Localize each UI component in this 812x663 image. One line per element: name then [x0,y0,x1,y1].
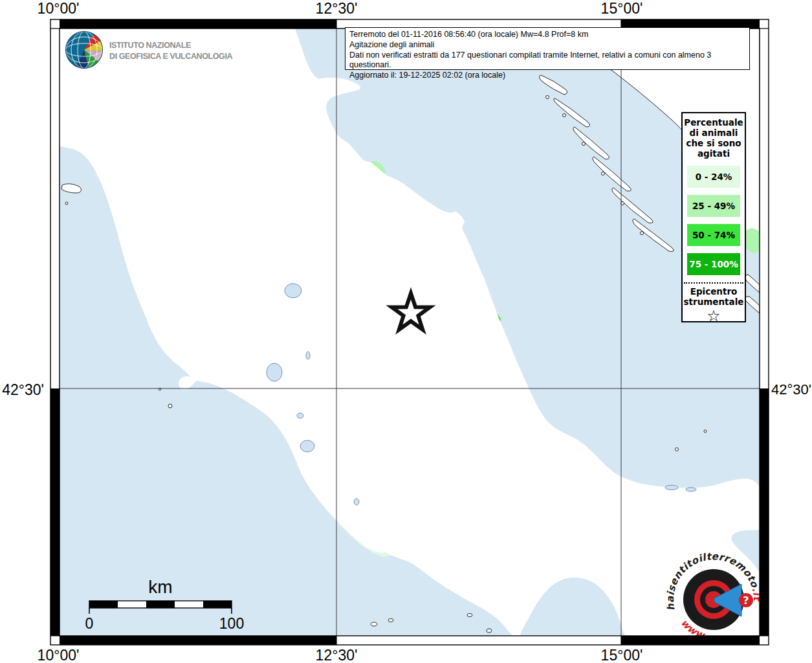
hsit-question-mark: ? [743,594,749,607]
event-subject-line: Agitazione degli animali [349,40,745,51]
legend-title: Percentuale di animali che si sono agita… [683,117,745,159]
scale-unit-label: km [148,577,172,597]
event-source-line: Dati non verificati estratti da 177 ques… [349,51,745,71]
legend-class-25-49: 25 - 49% [687,195,740,217]
event-updated-line: Aggiornato il: 19-12-2025 02:02 (ora loc… [349,71,745,81]
legend-epicenter-star-icon: ☆ [683,308,745,324]
scale-end-label: 100 [219,615,244,632]
legend-class-0-24: 0 - 24% [687,166,740,188]
event-title-line: Terremoto del 01-11-2016 08:56:40 (ora l… [349,30,745,40]
legend-divider [684,282,743,284]
ingv-name-line1: ISTITUTO NAZIONALE [109,41,191,50]
ingv-name-line2: DI GEOFISICA E VULCANOLOGIA [109,52,233,61]
scale-start-label: 0 [85,615,94,632]
map-figure: 10°00' 12°30' 15°00' 10°00' 12°30' 15°00… [0,0,812,663]
legend-box: Percentuale di animali che si sono agita… [681,112,746,322]
event-info-box: Terremoto del 01-11-2016 08:56:40 (ora l… [345,27,750,70]
legend-class-75-100: 75 - 100% [687,253,740,275]
legend-class-50-74: 50 - 74% [687,224,740,246]
map-canvas: km 0 100 ISTITUTO NAZIONA [0,0,812,663]
legend-epicenter-label: Epicentro strumentale [683,286,745,307]
